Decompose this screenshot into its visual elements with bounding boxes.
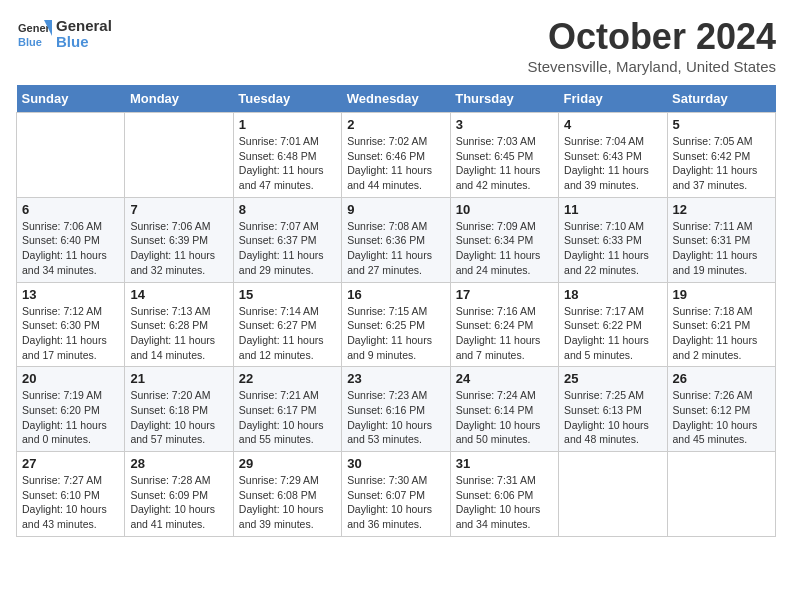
day-info: Sunrise: 7:28 AM Sunset: 6:09 PM Dayligh… [130, 473, 227, 532]
calendar-cell: 6Sunrise: 7:06 AM Sunset: 6:40 PM Daylig… [17, 197, 125, 282]
day-info: Sunrise: 7:08 AM Sunset: 6:36 PM Dayligh… [347, 219, 444, 278]
calendar-cell: 28Sunrise: 7:28 AM Sunset: 6:09 PM Dayli… [125, 452, 233, 537]
calendar-cell: 1Sunrise: 7:01 AM Sunset: 6:48 PM Daylig… [233, 113, 341, 198]
calendar-cell: 27Sunrise: 7:27 AM Sunset: 6:10 PM Dayli… [17, 452, 125, 537]
day-info: Sunrise: 7:11 AM Sunset: 6:31 PM Dayligh… [673, 219, 770, 278]
calendar-cell: 4Sunrise: 7:04 AM Sunset: 6:43 PM Daylig… [559, 113, 667, 198]
logo-line1: General [56, 18, 112, 35]
weekday-header-wednesday: Wednesday [342, 85, 450, 113]
calendar-cell: 13Sunrise: 7:12 AM Sunset: 6:30 PM Dayli… [17, 282, 125, 367]
calendar-cell: 26Sunrise: 7:26 AM Sunset: 6:12 PM Dayli… [667, 367, 775, 452]
calendar-cell: 2Sunrise: 7:02 AM Sunset: 6:46 PM Daylig… [342, 113, 450, 198]
calendar-cell: 29Sunrise: 7:29 AM Sunset: 6:08 PM Dayli… [233, 452, 341, 537]
calendar-cell: 19Sunrise: 7:18 AM Sunset: 6:21 PM Dayli… [667, 282, 775, 367]
weekday-header-friday: Friday [559, 85, 667, 113]
day-info: Sunrise: 7:20 AM Sunset: 6:18 PM Dayligh… [130, 388, 227, 447]
logo: General Blue General Blue [16, 16, 112, 52]
calendar-cell: 18Sunrise: 7:17 AM Sunset: 6:22 PM Dayli… [559, 282, 667, 367]
calendar-cell: 17Sunrise: 7:16 AM Sunset: 6:24 PM Dayli… [450, 282, 558, 367]
day-info: Sunrise: 7:26 AM Sunset: 6:12 PM Dayligh… [673, 388, 770, 447]
day-number: 12 [673, 202, 770, 217]
day-number: 23 [347, 371, 444, 386]
location: Stevensville, Maryland, United States [528, 58, 776, 75]
weekday-header-thursday: Thursday [450, 85, 558, 113]
calendar-cell: 14Sunrise: 7:13 AM Sunset: 6:28 PM Dayli… [125, 282, 233, 367]
day-info: Sunrise: 7:21 AM Sunset: 6:17 PM Dayligh… [239, 388, 336, 447]
day-number: 28 [130, 456, 227, 471]
day-number: 20 [22, 371, 119, 386]
day-number: 3 [456, 117, 553, 132]
day-info: Sunrise: 7:10 AM Sunset: 6:33 PM Dayligh… [564, 219, 661, 278]
calendar-week-1: 1Sunrise: 7:01 AM Sunset: 6:48 PM Daylig… [17, 113, 776, 198]
day-number: 11 [564, 202, 661, 217]
day-info: Sunrise: 7:07 AM Sunset: 6:37 PM Dayligh… [239, 219, 336, 278]
day-info: Sunrise: 7:18 AM Sunset: 6:21 PM Dayligh… [673, 304, 770, 363]
day-number: 1 [239, 117, 336, 132]
weekday-header-saturday: Saturday [667, 85, 775, 113]
calendar-cell: 15Sunrise: 7:14 AM Sunset: 6:27 PM Dayli… [233, 282, 341, 367]
day-number: 26 [673, 371, 770, 386]
calendar-cell: 10Sunrise: 7:09 AM Sunset: 6:34 PM Dayli… [450, 197, 558, 282]
day-number: 17 [456, 287, 553, 302]
day-number: 21 [130, 371, 227, 386]
calendar-cell: 31Sunrise: 7:31 AM Sunset: 6:06 PM Dayli… [450, 452, 558, 537]
svg-text:Blue: Blue [18, 36, 42, 48]
month-title: October 2024 [528, 16, 776, 58]
day-info: Sunrise: 7:09 AM Sunset: 6:34 PM Dayligh… [456, 219, 553, 278]
day-number: 13 [22, 287, 119, 302]
logo-line2: Blue [56, 34, 112, 51]
day-number: 18 [564, 287, 661, 302]
day-number: 2 [347, 117, 444, 132]
day-info: Sunrise: 7:19 AM Sunset: 6:20 PM Dayligh… [22, 388, 119, 447]
day-number: 24 [456, 371, 553, 386]
calendar-cell: 21Sunrise: 7:20 AM Sunset: 6:18 PM Dayli… [125, 367, 233, 452]
calendar-cell: 7Sunrise: 7:06 AM Sunset: 6:39 PM Daylig… [125, 197, 233, 282]
day-info: Sunrise: 7:16 AM Sunset: 6:24 PM Dayligh… [456, 304, 553, 363]
calendar-cell [125, 113, 233, 198]
title-section: October 2024 Stevensville, Maryland, Uni… [528, 16, 776, 75]
calendar-table: SundayMondayTuesdayWednesdayThursdayFrid… [16, 85, 776, 537]
day-number: 6 [22, 202, 119, 217]
day-info: Sunrise: 7:23 AM Sunset: 6:16 PM Dayligh… [347, 388, 444, 447]
day-number: 16 [347, 287, 444, 302]
day-number: 14 [130, 287, 227, 302]
day-number: 29 [239, 456, 336, 471]
calendar-cell: 22Sunrise: 7:21 AM Sunset: 6:17 PM Dayli… [233, 367, 341, 452]
weekday-header-tuesday: Tuesday [233, 85, 341, 113]
calendar-cell: 23Sunrise: 7:23 AM Sunset: 6:16 PM Dayli… [342, 367, 450, 452]
day-info: Sunrise: 7:03 AM Sunset: 6:45 PM Dayligh… [456, 134, 553, 193]
day-number: 27 [22, 456, 119, 471]
day-number: 9 [347, 202, 444, 217]
calendar-cell: 5Sunrise: 7:05 AM Sunset: 6:42 PM Daylig… [667, 113, 775, 198]
day-number: 8 [239, 202, 336, 217]
day-number: 31 [456, 456, 553, 471]
calendar-cell [17, 113, 125, 198]
calendar-cell [667, 452, 775, 537]
day-info: Sunrise: 7:13 AM Sunset: 6:28 PM Dayligh… [130, 304, 227, 363]
calendar-cell [559, 452, 667, 537]
page-header: General Blue General Blue October 2024 S… [16, 16, 776, 75]
calendar-cell: 20Sunrise: 7:19 AM Sunset: 6:20 PM Dayli… [17, 367, 125, 452]
calendar-cell: 24Sunrise: 7:24 AM Sunset: 6:14 PM Dayli… [450, 367, 558, 452]
day-number: 19 [673, 287, 770, 302]
weekday-header-sunday: Sunday [17, 85, 125, 113]
calendar-cell: 30Sunrise: 7:30 AM Sunset: 6:07 PM Dayli… [342, 452, 450, 537]
calendar-week-2: 6Sunrise: 7:06 AM Sunset: 6:40 PM Daylig… [17, 197, 776, 282]
day-info: Sunrise: 7:24 AM Sunset: 6:14 PM Dayligh… [456, 388, 553, 447]
day-info: Sunrise: 7:15 AM Sunset: 6:25 PM Dayligh… [347, 304, 444, 363]
calendar-cell: 16Sunrise: 7:15 AM Sunset: 6:25 PM Dayli… [342, 282, 450, 367]
logo-icon: General Blue [16, 16, 52, 52]
day-number: 25 [564, 371, 661, 386]
day-info: Sunrise: 7:29 AM Sunset: 6:08 PM Dayligh… [239, 473, 336, 532]
day-info: Sunrise: 7:06 AM Sunset: 6:39 PM Dayligh… [130, 219, 227, 278]
calendar-cell: 3Sunrise: 7:03 AM Sunset: 6:45 PM Daylig… [450, 113, 558, 198]
day-info: Sunrise: 7:27 AM Sunset: 6:10 PM Dayligh… [22, 473, 119, 532]
calendar-week-4: 20Sunrise: 7:19 AM Sunset: 6:20 PM Dayli… [17, 367, 776, 452]
day-number: 5 [673, 117, 770, 132]
calendar-cell: 8Sunrise: 7:07 AM Sunset: 6:37 PM Daylig… [233, 197, 341, 282]
calendar-week-3: 13Sunrise: 7:12 AM Sunset: 6:30 PM Dayli… [17, 282, 776, 367]
day-info: Sunrise: 7:01 AM Sunset: 6:48 PM Dayligh… [239, 134, 336, 193]
day-number: 7 [130, 202, 227, 217]
day-info: Sunrise: 7:17 AM Sunset: 6:22 PM Dayligh… [564, 304, 661, 363]
calendar-week-5: 27Sunrise: 7:27 AM Sunset: 6:10 PM Dayli… [17, 452, 776, 537]
